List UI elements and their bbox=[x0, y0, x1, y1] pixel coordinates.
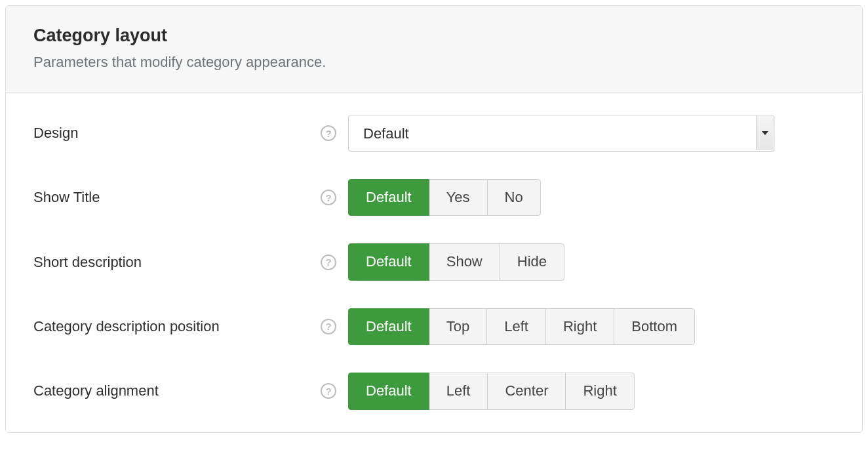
help-icon[interactable]: ? bbox=[321, 254, 336, 270]
show-title-option-no[interactable]: No bbox=[487, 179, 541, 216]
cat-desc-position-option-right[interactable]: Right bbox=[545, 308, 614, 345]
category-layout-panel: Category layout Parameters that modify c… bbox=[5, 5, 863, 433]
row-cat-alignment: Category alignment ? DefaultLeftCenterRi… bbox=[33, 373, 835, 409]
label-cat-desc-position: Category description position bbox=[33, 318, 220, 335]
label-short-description: Short description bbox=[33, 254, 142, 271]
cat-alignment-option-default[interactable]: Default bbox=[348, 373, 429, 409]
cat-alignment-option-center[interactable]: Center bbox=[487, 373, 566, 409]
label-show-title: Show Title bbox=[33, 189, 100, 206]
cat-desc-position-option-left[interactable]: Left bbox=[486, 308, 546, 345]
short-description-option-default[interactable]: Default bbox=[348, 243, 429, 280]
show-title-option-yes[interactable]: Yes bbox=[429, 179, 488, 216]
row-design: Design ? Default bbox=[33, 115, 835, 152]
short-description-group: DefaultShowHide bbox=[348, 243, 564, 280]
row-cat-desc-position: Category description position ? DefaultT… bbox=[33, 308, 835, 345]
show-title-group: DefaultYesNo bbox=[348, 179, 541, 216]
cat-alignment-group: DefaultLeftCenterRight bbox=[348, 373, 635, 409]
cat-alignment-option-right[interactable]: Right bbox=[565, 373, 634, 409]
row-short-description: Short description ? DefaultShowHide bbox=[33, 243, 835, 280]
cat-desc-position-option-bottom[interactable]: Bottom bbox=[614, 308, 695, 345]
label-cat-alignment: Category alignment bbox=[33, 382, 159, 399]
panel-subtitle: Parameters that modify category appearan… bbox=[33, 54, 835, 71]
panel-body: Design ? Default Show Title ? DefaultYes… bbox=[6, 92, 862, 432]
short-description-option-hide[interactable]: Hide bbox=[500, 243, 564, 280]
row-show-title: Show Title ? DefaultYesNo bbox=[33, 179, 835, 216]
label-design: Design bbox=[33, 125, 78, 142]
help-icon[interactable]: ? bbox=[321, 125, 336, 141]
cat-desc-position-option-top[interactable]: Top bbox=[429, 308, 487, 345]
cat-desc-position-option-default[interactable]: Default bbox=[348, 308, 429, 345]
help-icon[interactable]: ? bbox=[321, 383, 336, 399]
panel-title: Category layout bbox=[33, 26, 835, 46]
design-select[interactable]: Default bbox=[348, 115, 774, 152]
short-description-option-show[interactable]: Show bbox=[429, 243, 500, 280]
help-icon[interactable]: ? bbox=[321, 319, 336, 335]
panel-header: Category layout Parameters that modify c… bbox=[6, 6, 862, 92]
cat-desc-position-group: DefaultTopLeftRightBottom bbox=[348, 308, 695, 345]
show-title-option-default[interactable]: Default bbox=[348, 179, 429, 216]
help-icon[interactable]: ? bbox=[321, 190, 336, 205]
design-select-wrap: Default bbox=[348, 115, 774, 152]
cat-alignment-option-left[interactable]: Left bbox=[429, 373, 488, 409]
